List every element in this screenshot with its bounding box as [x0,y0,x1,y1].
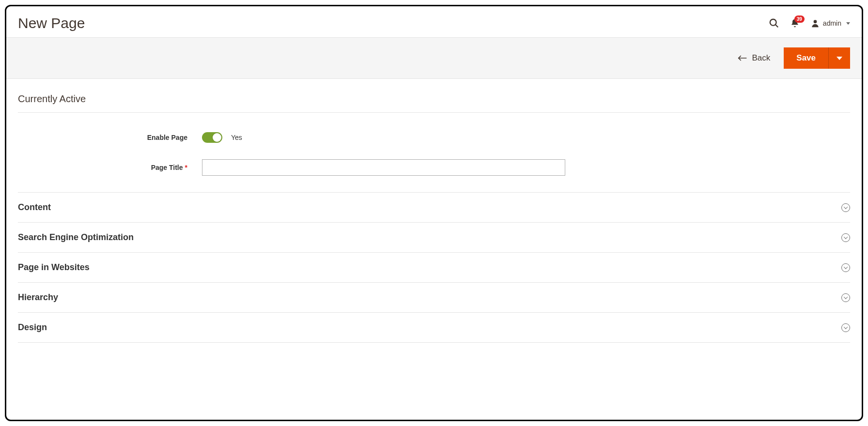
fieldset-design[interactable]: Design [18,313,850,343]
user-label: admin [823,19,841,27]
user-icon [810,18,820,28]
required-asterisk: * [185,164,187,171]
fieldset-content[interactable]: Content [18,192,850,223]
back-button[interactable]: Back [732,49,776,67]
fieldset-websites[interactable]: Page in Websites [18,253,850,283]
page-title-input[interactable] [202,159,565,176]
fieldset-label: Design [18,322,47,333]
fieldset-hierarchy[interactable]: Hierarchy [18,283,850,313]
chevron-down-icon [841,263,850,272]
enable-page-label: Enable Page [18,134,202,141]
header-tools: 39 admin [769,18,850,29]
chevron-down-icon [841,323,850,332]
notifications-badge: 39 [794,15,805,23]
toggle-knob [213,133,221,142]
action-bar: Back Save [6,37,862,79]
back-label: Back [752,53,771,63]
notifications-icon[interactable]: 39 [790,18,800,28]
fieldset-label: Search Engine Optimization [18,232,134,243]
chevron-down-icon [846,22,850,25]
svg-point-2 [814,20,817,23]
chevron-down-icon [841,233,850,242]
fieldset-label: Page in Websites [18,262,90,273]
page-title-row: Page Title* [18,159,850,176]
save-button-group: Save [784,47,850,69]
section-heading: Currently Active [18,93,850,113]
save-dropdown-toggle[interactable] [828,47,850,69]
fieldset-label: Hierarchy [18,292,58,303]
enable-page-toggle[interactable] [202,132,222,143]
user-menu[interactable]: admin [810,18,850,28]
fieldset-seo[interactable]: Search Engine Optimization [18,223,850,253]
enable-page-value: Yes [231,134,242,141]
search-icon[interactable] [769,18,779,29]
triangle-down-icon [837,57,842,60]
svg-point-0 [770,19,776,26]
save-button[interactable]: Save [784,47,828,69]
svg-line-1 [775,25,778,28]
chevron-down-icon [841,293,850,302]
page-title: New Page [18,15,85,31]
chevron-down-icon [841,203,850,212]
page-title-label: Page Title* [18,164,202,171]
enable-page-row: Enable Page Yes [18,132,850,143]
fieldset-label: Content [18,202,51,213]
